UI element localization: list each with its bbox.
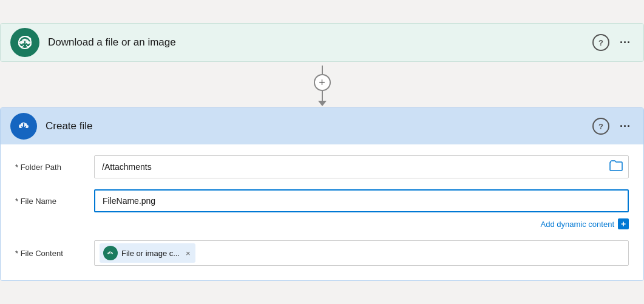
chip-close-button[interactable]: × bbox=[186, 249, 191, 258]
add-dynamic-content-button[interactable]: Add dynamic content + bbox=[541, 218, 629, 229]
connector-arrow bbox=[318, 91, 327, 106]
folder-path-row: * Folder Path bbox=[15, 155, 629, 178]
download-help-button[interactable]: ? bbox=[592, 34, 609, 51]
dynamic-content-row: Add dynamic content + bbox=[15, 218, 629, 229]
create-file-title: Create file bbox=[46, 120, 592, 132]
download-card-title: Download a file or an image bbox=[48, 36, 592, 49]
file-content-label: * File Content bbox=[15, 249, 94, 258]
folder-path-input[interactable] bbox=[94, 155, 629, 178]
file-content-row: * File Content File or image c... × bbox=[15, 240, 629, 266]
file-content-input[interactable]: File or image c... × bbox=[94, 240, 629, 266]
download-more-button[interactable]: ··· bbox=[617, 34, 634, 51]
create-file-body: * Folder Path * File Name Ad bbox=[1, 144, 643, 280]
download-card-icon bbox=[10, 28, 39, 57]
download-card-actions: ? ··· bbox=[592, 34, 634, 51]
create-file-card: Create file ? ··· * Folder Path bbox=[0, 107, 644, 281]
file-name-label: * File Name bbox=[15, 197, 94, 206]
connector: + bbox=[0, 62, 644, 107]
chip-label: File or image c... bbox=[121, 249, 180, 258]
create-file-header: Create file ? ··· bbox=[1, 108, 643, 144]
file-name-row: * File Name bbox=[15, 189, 629, 212]
chip-icon bbox=[103, 246, 118, 260]
connector-bottom-line bbox=[322, 91, 323, 101]
add-dynamic-label: Add dynamic content bbox=[541, 220, 614, 229]
arrow-head bbox=[318, 101, 327, 106]
create-more-button[interactable]: ··· bbox=[617, 118, 634, 135]
workflow-container: Download a file or an image ? ··· + Crea… bbox=[0, 23, 644, 281]
file-name-input[interactable] bbox=[94, 189, 629, 212]
connector-top-line bbox=[322, 66, 323, 74]
folder-path-label: * Folder Path bbox=[15, 163, 94, 172]
download-card: Download a file or an image ? ··· bbox=[0, 23, 644, 62]
file-content-chip: File or image c... × bbox=[100, 243, 195, 263]
folder-path-input-wrap bbox=[94, 155, 629, 178]
plus-badge-icon: + bbox=[618, 218, 629, 229]
create-file-icon bbox=[10, 113, 37, 140]
add-step-button[interactable]: + bbox=[314, 74, 331, 91]
folder-browse-icon[interactable] bbox=[609, 160, 623, 174]
create-help-button[interactable]: ? bbox=[592, 118, 609, 135]
create-file-actions: ? ··· bbox=[592, 118, 634, 135]
